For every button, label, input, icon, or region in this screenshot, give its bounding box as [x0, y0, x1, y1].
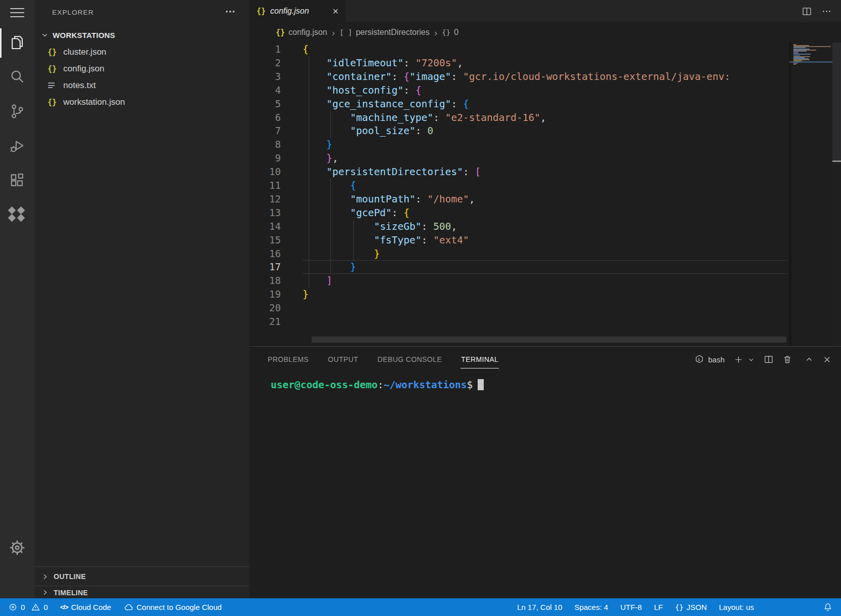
terminal-prompt-char: $: [467, 379, 473, 391]
chevron-down-icon: [41, 31, 49, 39]
svg-text:$: $: [698, 357, 700, 362]
breadcrumb-item[interactable]: {}config.json: [276, 28, 327, 37]
split-editor-icon[interactable]: [802, 6, 812, 17]
status-bar: 0 0 </> Cloud Code Connect to Google Clo…: [0, 598, 841, 616]
sidebar-item-explorer[interactable]: [0, 28, 34, 57]
workstations-section-header[interactable]: WORKSTATIONS: [34, 27, 249, 44]
file-tree-item[interactable]: {}workstation.json: [34, 94, 249, 110]
file-tree-item[interactable]: {}cluster.json: [34, 44, 249, 60]
code-line: }: [303, 138, 332, 151]
source-control-icon: [9, 103, 26, 120]
sidebar-item-search[interactable]: [0, 62, 34, 91]
warning-count: 0: [44, 603, 48, 611]
timeline-label: TIMELINE: [54, 589, 88, 597]
code-line: "host_config": {: [303, 84, 422, 97]
settings-button[interactable]: [0, 533, 34, 562]
workspace-folder-label: WORKSTATIONS: [53, 31, 115, 39]
explorer-title: EXPLORER: [52, 9, 94, 16]
encoding[interactable]: UTF-8: [620, 603, 642, 611]
indentation[interactable]: Spaces: 4: [574, 603, 608, 611]
split-terminal-button[interactable]: [764, 354, 774, 364]
kill-terminal-button[interactable]: [782, 354, 792, 364]
code-line: "machine_type": "e2-standard-16",: [303, 111, 546, 125]
language-mode[interactable]: {} JSON: [675, 603, 707, 611]
application-menu-icon[interactable]: [0, 0, 34, 25]
tab-bar: {} config.json ×: [249, 0, 841, 22]
panel-tab-output[interactable]: OUTPUT: [327, 352, 359, 366]
breadcrumb: {}config.json›[ ]persistentDirectories›{…: [249, 22, 841, 43]
breadcrumb-separator-icon: ›: [434, 28, 437, 37]
symbol-icon: [ ]: [340, 28, 352, 36]
symbol-icon: {}: [442, 28, 450, 36]
gear-icon: [8, 539, 26, 557]
sidebar-item-cloud-code[interactable]: [0, 200, 34, 228]
panel-tab-problems[interactable]: PROBLEMS: [267, 352, 309, 366]
cloud-code-status[interactable]: </> Cloud Code: [60, 603, 111, 611]
breadcrumb-item[interactable]: {}0: [442, 28, 458, 37]
breadcrumb-item[interactable]: [ ]persistentDirectories: [340, 28, 430, 37]
connect-google-cloud[interactable]: Connect to Google Cloud: [123, 602, 222, 612]
horizontal-scrollbar[interactable]: [312, 337, 786, 343]
cursor-position[interactable]: Ln 17, Col 10: [517, 603, 562, 611]
sidebar-item-source-control[interactable]: [0, 97, 34, 126]
close-panel-button[interactable]: [822, 355, 832, 364]
breadcrumb-label: config.json: [288, 28, 327, 37]
braces-icon: {}: [675, 603, 684, 611]
minimap[interactable]: [789, 43, 832, 346]
terminal-shell-selector[interactable]: $ bash: [694, 354, 725, 364]
current-line-highlight: [303, 260, 787, 274]
chevron-right-icon: [41, 573, 49, 581]
terminal-cwd: ~/workstations: [384, 379, 467, 391]
code-line: },: [303, 151, 338, 165]
minimap-line: [793, 64, 796, 65]
notifications-button[interactable]: [823, 602, 833, 612]
explorer-more-actions-icon[interactable]: ⋯: [225, 5, 236, 17]
code-line: "pool_size": 0: [303, 124, 433, 138]
editor[interactable]: 123456789101112131415161718192021 { "idl…: [249, 43, 789, 346]
tab-config-json[interactable]: {} config.json ×: [249, 0, 346, 22]
tab-label: config.json: [270, 7, 309, 16]
sidebar-item-extensions[interactable]: [0, 166, 34, 194]
scrollbar-thumb[interactable]: [832, 43, 841, 160]
sidebar-explorer: EXPLORER ⋯ WORKSTATIONS {}cluster.json{}…: [34, 0, 249, 598]
terminal-user-host: user@code-oss-demo: [271, 379, 377, 391]
editor-actions: [802, 0, 832, 22]
sidebar-item-run-debug[interactable]: [0, 132, 34, 160]
panel-tabs: PROBLEMSOUTPUTDEBUG CONSOLETERMINAL: [267, 347, 499, 372]
error-count: 0: [21, 603, 25, 611]
file-tree-item[interactable]: notes.txt: [34, 77, 249, 94]
panel-tab-debug-console[interactable]: DEBUG CONSOLE: [377, 352, 442, 366]
vertical-scrollbar[interactable]: [832, 43, 841, 346]
line-number: 5: [249, 97, 281, 111]
error-icon: [8, 602, 18, 612]
maximize-panel-button[interactable]: [805, 355, 814, 364]
eol-sequence[interactable]: LF: [654, 603, 663, 611]
search-icon: [9, 68, 26, 85]
more-actions-icon[interactable]: [821, 6, 832, 17]
panel-tab-terminal[interactable]: TERMINAL: [460, 352, 499, 366]
terminal-dropdown-button[interactable]: [747, 356, 755, 363]
code-line: ]: [303, 274, 332, 288]
line-number: 6: [249, 111, 281, 125]
code-line: }: [303, 288, 309, 301]
terminal-content[interactable]: user@code-oss-demo:~/workstations$: [271, 378, 484, 392]
json-file-icon: {}: [257, 7, 266, 16]
new-terminal-button[interactable]: [733, 354, 744, 365]
code-line: "gcePd": {: [303, 206, 409, 220]
line-number: 14: [249, 220, 281, 233]
code-line: {: [303, 179, 356, 192]
close-tab-icon[interactable]: ×: [332, 6, 339, 16]
file-name: notes.txt: [63, 80, 96, 91]
outline-label: OUTLINE: [54, 572, 86, 581]
chevron-up-icon: [805, 355, 814, 364]
breadcrumb-label: persistentDirectories: [356, 28, 430, 37]
file-tree-item[interactable]: {}config.json: [34, 60, 249, 77]
problems-status[interactable]: 0 0: [8, 602, 48, 612]
outline-section-header[interactable]: OUTLINE: [34, 566, 249, 586]
code-line: "mountPath": "/home",: [303, 192, 475, 206]
keyboard-layout[interactable]: Layout: us: [719, 603, 754, 611]
text-file-icon: [47, 83, 58, 88]
timeline-section-header[interactable]: TIMELINE: [34, 586, 249, 599]
line-number: 3: [249, 70, 281, 84]
hamburger-icon: [10, 5, 24, 20]
